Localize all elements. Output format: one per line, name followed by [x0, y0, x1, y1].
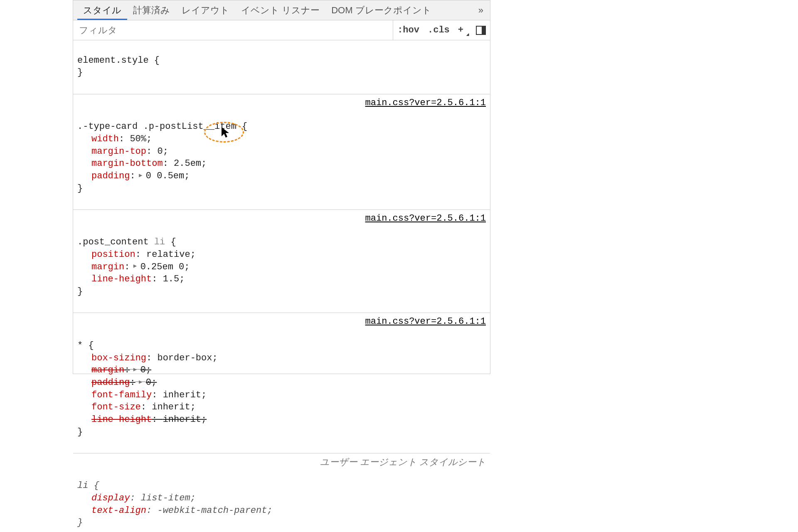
selector[interactable]: element.style: [77, 55, 149, 66]
expand-shorthand-icon[interactable]: ▶: [130, 262, 140, 270]
selector[interactable]: li: [77, 480, 88, 491]
css-declaration[interactable]: padding: ▶ 0 0.5em;: [77, 171, 190, 181]
css-declaration[interactable]: margin-bottom: 2.5em;: [77, 158, 207, 169]
filter-bar: :hov .cls +: [73, 20, 490, 40]
css-declaration-overridden[interactable]: margin: ▶ 0;: [77, 365, 151, 375]
tab-styles[interactable]: スタイル: [77, 0, 127, 20]
css-declaration[interactable]: font-size: inherit;: [77, 402, 196, 412]
toggle-sidebar-icon[interactable]: [472, 20, 490, 40]
rule-universal[interactable]: main.css?ver=2.5.6.1:1 * { box-sizing: b…: [73, 313, 490, 453]
expand-shorthand-icon[interactable]: ▶: [135, 172, 146, 180]
styles-tabbar: スタイル 計算済み レイアウト イベント リスナー DOM ブレークポイント »: [73, 0, 490, 20]
css-declaration[interactable]: margin: ▶ 0.25em 0;: [77, 262, 190, 272]
rule-element-style[interactable]: element.style { }: [73, 40, 490, 94]
source-link[interactable]: main.css?ver=2.5.6.1:1: [365, 97, 486, 109]
css-declaration[interactable]: box-sizing: border-box;: [77, 353, 218, 363]
css-declaration[interactable]: font-family: inherit;: [77, 390, 207, 400]
rule-user-agent-li[interactable]: ユーザー エージェント スタイルシート li { display: list-i…: [73, 453, 490, 532]
selector[interactable]: *: [77, 340, 83, 351]
css-declaration[interactable]: margin-top: 0;: [77, 146, 168, 157]
selector[interactable]: .-type-card .p-postList__item: [77, 121, 236, 132]
source-user-agent: ユーザー エージェント スタイルシート: [320, 456, 486, 468]
cls-toggle[interactable]: .cls: [424, 20, 454, 40]
css-declaration[interactable]: display: list-item;: [77, 493, 196, 503]
expand-shorthand-icon[interactable]: ▶: [135, 378, 146, 386]
tab-computed[interactable]: 計算済み: [127, 0, 176, 20]
expand-shorthand-icon[interactable]: ▶: [130, 366, 140, 374]
style-rules-list: element.style { } main.css?ver=2.5.6.1:1…: [73, 40, 490, 532]
svg-marker-2: [478, 29, 480, 32]
source-link[interactable]: main.css?ver=2.5.6.1:1: [365, 212, 486, 225]
css-declaration[interactable]: text-align: -webkit-match-parent;: [77, 505, 273, 516]
tab-layout[interactable]: レイアウト: [176, 0, 235, 20]
styles-panel: スタイル 計算済み レイアウト イベント リスナー DOM ブレークポイント »…: [73, 0, 490, 374]
css-declaration[interactable]: position: relative;: [77, 249, 196, 260]
hov-toggle[interactable]: :hov: [393, 20, 424, 40]
rule-post-content-li[interactable]: main.css?ver=2.5.6.1:1 .post_content li …: [73, 210, 490, 313]
css-declaration[interactable]: width: 50%;: [77, 134, 152, 144]
rule-postlist-item[interactable]: main.css?ver=2.5.6.1:1 .-type-card .p-po…: [73, 94, 490, 210]
new-style-rule-button[interactable]: +: [454, 20, 472, 40]
tab-event-listeners[interactable]: イベント リスナー: [235, 0, 325, 20]
filter-input[interactable]: [73, 20, 393, 40]
tabs-overflow-button[interactable]: »: [472, 5, 490, 16]
selector[interactable]: .post_content li: [77, 237, 165, 247]
svg-rect-1: [482, 26, 485, 34]
css-declaration-overridden[interactable]: line-height: inherit;: [77, 414, 207, 425]
source-link[interactable]: main.css?ver=2.5.6.1:1: [365, 315, 486, 328]
css-declaration[interactable]: line-height: 1.5;: [77, 274, 185, 284]
tab-dom-breakpoints[interactable]: DOM ブレークポイント: [325, 0, 437, 20]
css-declaration-overridden[interactable]: padding: ▶ 0;: [77, 377, 157, 388]
